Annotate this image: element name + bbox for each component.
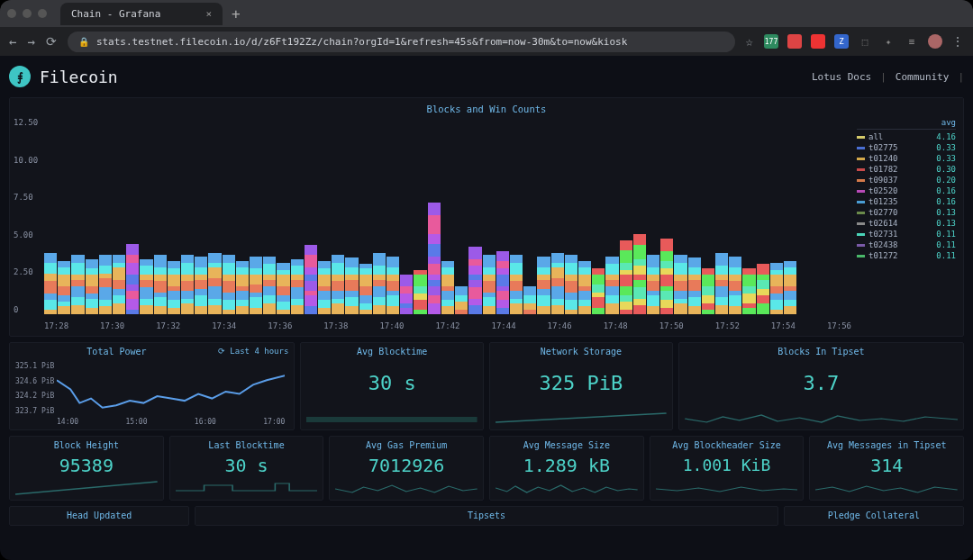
filecoin-logo-icon: ⨎ [9,66,31,87]
star-icon[interactable]: ☆ [746,34,753,49]
legend-item[interactable]: t090370.20 [857,175,956,185]
close-window-icon[interactable] [7,9,16,18]
extension-icon[interactable]: Z [834,34,849,49]
legend-item[interactable]: t027310.11 [857,229,956,239]
stat-value: 314 [815,450,958,480]
url-text: stats.testnet.filecoin.io/d/z6Ft192Zz/ch… [96,36,627,48]
sparkline [176,480,318,496]
extension-icon[interactable] [811,34,825,49]
legend-item[interactable]: t017820.30 [857,164,956,175]
stat-value: 3.7 [685,357,958,410]
blocks-win-counts-panel: Blocks and Win Counts 12.5010.007.505.00… [9,97,964,337]
divider: | [958,71,964,83]
brand[interactable]: ⨎ Filecoin [9,66,118,87]
stat-value: 95389 [15,450,158,480]
sparkline [815,480,958,496]
stat-value: 325 PiB [496,357,667,410]
avg-blockheader-size-panel: Avg Blockheader Size 1.001 KiB [650,436,805,501]
avatar-icon[interactable] [928,34,942,49]
legend-item[interactable]: t012400.33 [857,153,956,164]
window-controls [7,9,47,18]
blocks-in-tipset-panel: Blocks In Tipset 3.7 [678,342,964,430]
pledge-collateral-panel: Pledge Collateral [784,506,964,526]
bars [44,118,851,314]
time-range-badge[interactable]: ⟳ Last 4 hours [218,347,288,357]
bar-chart-area[interactable]: 12.5010.007.505.002.500 17:2817:3017:321… [17,118,851,330]
panel-title: Avg Messages in Tipset [815,440,958,450]
panel-title: Last Blocktime [176,440,318,450]
close-tab-icon[interactable]: × [205,8,212,20]
browser-tab-bar: Chain - Grafana × + [0,0,973,27]
new-tab-button[interactable]: + [232,5,241,23]
community-link[interactable]: Community [896,71,950,83]
head-updated-panel: Head Updated [9,506,189,526]
forward-icon[interactable]: → [27,34,34,49]
total-power-panel: Total Power ⟳ Last 4 hours 325.1 PiB324.… [9,342,295,430]
panel-title: Pledge Collateral [790,510,958,520]
site-header: ⨎ Filecoin Lotus Docs | Community | [9,56,964,97]
reload-icon[interactable]: ⟳ [46,34,57,49]
legend-item[interactable]: t026140.13 [857,218,956,229]
sparkline [496,410,667,426]
panel-title: Avg Message Size [496,440,638,450]
address-bar[interactable]: 🔒 stats.testnet.filecoin.io/d/z6Ft192Zz/… [68,32,735,52]
extension-icons: 177 Z ⬚ ✦ ≡ ⋮ [764,34,964,49]
panel-title: Block Height [15,440,158,450]
avg-message-size-panel: Avg Message Size 1.289 kB [489,436,644,501]
brand-name: Filecoin [40,68,118,86]
legend-sort[interactable]: avg [941,118,956,127]
avg-messages-in-tipset-panel: Avg Messages in Tipset 314 [809,436,964,501]
back-icon[interactable]: ← [9,34,16,49]
extension-icon[interactable] [787,34,802,49]
legend-item[interactable]: t024380.11 [857,239,956,250]
tab-title: Chain - Grafana [71,8,160,20]
legend-item[interactable]: t027750.33 [857,142,956,153]
panel-title: Tipsets [201,510,771,520]
divider: | [880,71,887,83]
legend-item[interactable]: t012350.16 [857,196,956,207]
svg-rect-0 [306,417,477,422]
y-axis-labels: 12.5010.007.505.002.500 [14,118,38,314]
extension-icon[interactable]: ≡ [905,34,919,49]
panel-title: Avg Blockheader Size [656,440,798,450]
lotus-docs-link[interactable]: Lotus Docs [812,71,871,83]
sparkline [335,480,477,496]
minimize-window-icon[interactable] [23,9,32,18]
stat-value: 7012926 [335,450,477,480]
maximize-window-icon[interactable] [38,9,47,18]
page-content: ⨎ Filecoin Lotus Docs | Community | Bloc… [0,56,973,560]
header-links: Lotus Docs | Community | [812,71,964,83]
legend-item[interactable]: t025200.16 [857,185,956,196]
stat-value: 30 s [176,450,318,480]
x-axis-labels: 17:2817:3017:3217:3417:3617:3817:4017:42… [44,321,851,330]
sparkline [656,480,798,496]
sparkline [306,410,477,426]
menu-icon[interactable]: ⋮ [951,34,964,49]
puzzle-icon[interactable]: ✦ [881,34,896,49]
sparkline [496,480,638,496]
stat-value: 30 s [306,357,477,410]
panel-title: Network Storage [496,347,667,357]
legend-item[interactable]: all4.16 [857,131,956,142]
panel-title: Blocks and Win Counts [17,104,956,114]
total-power-chart[interactable]: 325.1 PiB324.6 PiB324.2 PiB323.7 PiB 14:… [15,357,288,426]
stat-value: 1.289 kB [496,450,638,480]
chart-legend[interactable]: avg all4.16t027750.33t012400.33t017820.3… [857,118,956,330]
avg-gas-premium-panel: Avg Gas Premium 7012926 [329,436,484,501]
extension-icon[interactable]: 177 [764,34,778,49]
panel-title: Total Power [15,347,218,357]
avg-blocktime-panel: Avg Blocktime 30 s [300,342,484,430]
legend-item[interactable]: t027700.13 [857,207,956,218]
extension-icon[interactable]: ⬚ [858,34,872,49]
stat-value: 1.001 KiB [656,450,798,480]
legend-item[interactable]: t012720.11 [857,250,956,261]
panel-title: Avg Gas Premium [335,440,477,450]
browser-tab[interactable]: Chain - Grafana × [60,3,223,25]
panel-title: Blocks In Tipset [685,347,958,357]
panel-title: Head Updated [15,510,183,520]
last-blocktime-panel: Last Blocktime 30 s [169,436,324,501]
panel-title: Avg Blocktime [306,347,477,357]
tipsets-panel: Tipsets [195,506,777,526]
network-storage-panel: Network Storage 325 PiB [489,342,673,430]
sparkline [15,480,158,496]
